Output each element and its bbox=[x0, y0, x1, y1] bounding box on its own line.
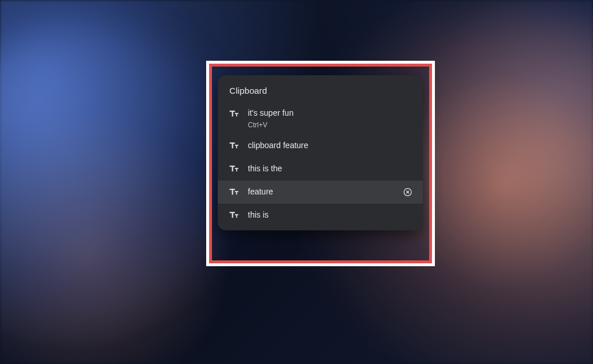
text-type-icon bbox=[228, 140, 240, 152]
clipboard-panel: Clipboard it's super fun Ctrl+V bbox=[218, 75, 423, 230]
clipboard-item[interactable]: it's super fun Ctrl+V bbox=[218, 102, 423, 134]
clipboard-item[interactable]: clipboard feature bbox=[218, 134, 423, 157]
delete-item-button[interactable] bbox=[401, 185, 415, 199]
clipboard-item-text: feature bbox=[248, 186, 401, 197]
clipboard-item[interactable]: this is bbox=[218, 204, 423, 227]
clipboard-item-shortcut: Ctrl+V bbox=[248, 121, 415, 129]
clipboard-item-body: feature bbox=[248, 186, 401, 197]
clipboard-item-body: this is the bbox=[248, 163, 415, 174]
panel-title: Clipboard bbox=[218, 75, 423, 102]
text-type-icon bbox=[228, 163, 240, 175]
clipboard-item-body: clipboard feature bbox=[248, 140, 415, 151]
text-type-icon bbox=[228, 108, 240, 120]
clipboard-item-text: clipboard feature bbox=[248, 140, 415, 151]
clipboard-item-text: this is the bbox=[248, 163, 415, 174]
text-type-icon bbox=[228, 209, 240, 221]
text-type-icon bbox=[228, 186, 240, 198]
clipboard-item-text: this is bbox=[248, 209, 415, 220]
clipboard-item-body: it's super fun Ctrl+V bbox=[248, 108, 415, 129]
clipboard-item[interactable]: feature bbox=[218, 181, 423, 204]
clipboard-item-body: this is bbox=[248, 209, 415, 220]
clipboard-item-text: it's super fun bbox=[248, 108, 415, 119]
clipboard-item[interactable]: this is the bbox=[218, 157, 423, 181]
